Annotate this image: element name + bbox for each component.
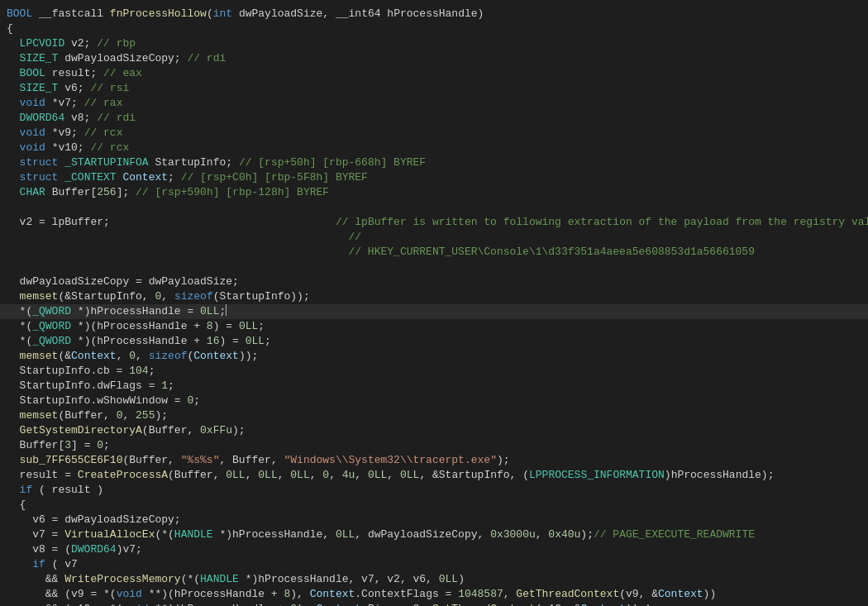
code-line-32: result = CreateProcessA(Buffer, 0LL, 0LL…: [0, 468, 868, 483]
code-line-13: CHAR Buffer[256]; // [rsp+590h] [rbp-128…: [0, 185, 868, 200]
code-line-3: LPCVOID v2; // rbp: [0, 36, 868, 51]
code-line-25: StartupInfo.cb = 104;: [0, 364, 868, 379]
code-line-8: DWORD64 v8; // rdi: [0, 111, 868, 126]
code-line-20: memset(&StartupInfo, 0, sizeof(StartupIn…: [0, 289, 868, 304]
code-line-39: && WriteProcessMemory(*(HANDLE *)hProces…: [0, 572, 868, 587]
code-line-36: v7 = VirtualAllocEx(*(HANDLE *)hProcessH…: [0, 527, 868, 542]
text-cursor: [226, 304, 227, 316]
code-line-35: v6 = dwPayloadSizeCopy;: [0, 513, 868, 527]
code-line-16: //: [0, 230, 868, 245]
code-line-34: {: [0, 498, 868, 513]
code-line-29: GetSystemDirectoryA(Buffer, 0xFFu);: [0, 423, 868, 438]
code-line-37: v8 = (DWORD64)v7;: [0, 542, 868, 557]
kw-bool: BOOL: [7, 7, 32, 21]
code-line-33: if ( result ): [0, 483, 868, 498]
code-line-41: && (v10 = *(void **)(hProcessHandle + 8)…: [0, 602, 868, 606]
code-line-10: void *v10; // rcx: [0, 141, 868, 155]
code-line-7: void *v7; // rax: [0, 96, 868, 111]
code-line-15: v2 = lpBuffer; // lpBuffer is written to…: [0, 215, 868, 230]
code-line-5: BOOL result; // eax: [0, 66, 868, 81]
code-line-9: void *v9; // rcx: [0, 126, 868, 141]
code-line-31: sub_7FF655CE6F10(Buffer, "%s%s", Buffer,…: [0, 453, 868, 468]
code-line-6: SIZE_T v6; // rsi: [0, 81, 868, 96]
code-line-26: StartupInfo.dwFlags = 1;: [0, 379, 868, 394]
code-container: BOOL __fastcall fnProcessHollow(int dwPa…: [0, 0, 868, 606]
code-line-17: // HKEY_CURRENT_USER\Console\1\d33f351a4…: [0, 245, 868, 260]
code-line-23: *(_QWORD *)(hProcessHandle + 16) = 0LL;: [0, 334, 868, 349]
code-line-22: *(_QWORD *)(hProcessHandle + 8) = 0LL;: [0, 319, 868, 334]
code-line-21: *(_QWORD *)hProcessHandle = 0LL;: [0, 304, 868, 319]
code-line-11: struct _STARTUPINFOA StartupInfo; // [rs…: [0, 155, 868, 170]
code-line-38: if ( v7: [0, 557, 868, 572]
code-line-30: Buffer[3] = 0;: [0, 438, 868, 453]
code-line-24: memset(&Context, 0, sizeof(Context));: [0, 349, 868, 364]
code-line-14: [0, 200, 868, 215]
code-line-18: [0, 260, 868, 274]
code-line-19: dwPayloadSizeCopy = dwPayloadSize;: [0, 274, 868, 289]
code-line-28: memset(Buffer, 0, 255);: [0, 408, 868, 423]
code-line-2: {: [0, 21, 868, 36]
code-line-4: SIZE_T dwPayloadSizeCopy; // rdi: [0, 51, 868, 66]
code-line-27: StartupInfo.wShowWindow = 0;: [0, 394, 868, 408]
code-line-1: BOOL __fastcall fnProcessHollow(int dwPa…: [0, 7, 868, 21]
code-line-40: && (v9 = *(void **)(hProcessHandle + 8),…: [0, 587, 868, 602]
code-line-12: struct _CONTEXT Context; // [rsp+C0h] [r…: [0, 170, 868, 185]
